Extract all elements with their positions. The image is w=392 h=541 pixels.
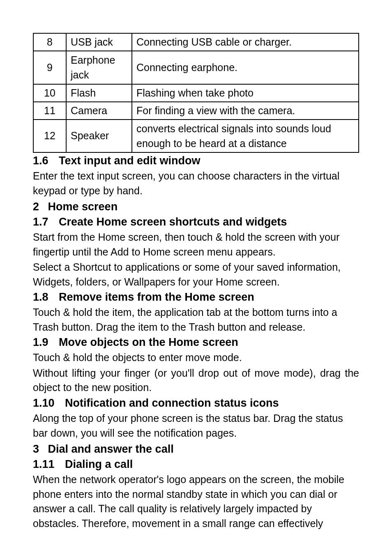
table-row: 9 Earphone jack Connecting earphone.: [33, 51, 359, 84]
section-number: 1.7: [33, 215, 48, 229]
section-number: 2: [33, 200, 39, 214]
section-number: 1.10: [33, 396, 55, 410]
section-heading-1-8: 1.8 Remove items from the Home screen: [33, 290, 359, 304]
section-title: Create Home screen shortcuts and widgets: [59, 216, 287, 228]
section-body: Start from the Home screen, then touch &…: [33, 230, 359, 259]
section-body: Without lifting your finger (or you'll d…: [33, 366, 359, 395]
section-number: 1.8: [33, 290, 48, 304]
row-number: 9: [33, 51, 66, 84]
section-heading-2: 2 Home screen: [33, 200, 359, 214]
section-title: Home screen: [48, 200, 118, 213]
section-body: Select a Shortcut to applications or som…: [33, 260, 359, 289]
components-table: 8 USB jack Connecting USB cable or charg…: [33, 33, 359, 153]
row-number: 12: [33, 120, 66, 153]
row-label: Flash: [66, 84, 132, 102]
section-body: Enter the text input screen, you can cho…: [33, 169, 359, 198]
section-body: Touch & hold the objects to enter move m…: [33, 350, 359, 365]
section-heading-3: 3 Dial and answer the call: [33, 442, 359, 456]
section-title: Notification and connection status icons: [65, 397, 279, 409]
section-heading-1-7: 1.7 Create Home screen shortcuts and wid…: [33, 215, 359, 229]
section-title: Text input and edit window: [59, 154, 200, 167]
table-row: 8 USB jack Connecting USB cable or charg…: [33, 33, 359, 51]
section-title: Dial and answer the call: [48, 443, 174, 455]
row-desc: Connecting USB cable or charger.: [132, 33, 359, 51]
row-desc: For finding a view with the camera.: [132, 102, 359, 120]
row-desc: Connecting earphone.: [132, 51, 359, 84]
table-row: 12 Speaker converts electrical signals i…: [33, 120, 359, 153]
row-label: Camera: [66, 102, 132, 120]
table-row: 11 Camera For finding a view with the ca…: [33, 102, 359, 120]
row-desc: Flashing when take photo: [132, 84, 359, 102]
row-number: 11: [33, 102, 66, 120]
section-number: 1.9: [33, 335, 48, 350]
section-heading-1-11: 1.11 Dialing a call: [33, 457, 359, 472]
section-number: 1.11: [33, 457, 55, 472]
row-label: Earphone jack: [66, 51, 132, 84]
document-page: 8 USB jack Connecting USB cable or charg…: [0, 0, 392, 541]
row-number: 8: [33, 33, 66, 51]
row-desc: converts electrical signals into sounds …: [132, 120, 359, 153]
section-heading-1-10: 1.10 Notification and connection status …: [33, 396, 359, 410]
section-number: 1.6: [33, 154, 48, 168]
row-label: Speaker: [66, 120, 132, 153]
section-body: When the network operator's logo appears…: [33, 472, 359, 531]
section-heading-1-6: 1.6 Text input and edit window: [33, 154, 359, 168]
section-body: Along the top of your phone screen is th…: [33, 411, 359, 440]
section-number: 3: [33, 442, 39, 456]
table-row: 10 Flash Flashing when take photo: [33, 84, 359, 102]
section-heading-1-9: 1.9 Move objects on the Home screen: [33, 335, 359, 350]
row-label: USB jack: [66, 33, 132, 51]
section-title: Dialing a call: [65, 458, 133, 470]
row-number: 10: [33, 84, 66, 102]
section-title: Remove items from the Home screen: [59, 291, 254, 303]
section-body: Touch & hold the item, the application t…: [33, 305, 359, 334]
section-title: Move objects on the Home screen: [59, 336, 238, 348]
